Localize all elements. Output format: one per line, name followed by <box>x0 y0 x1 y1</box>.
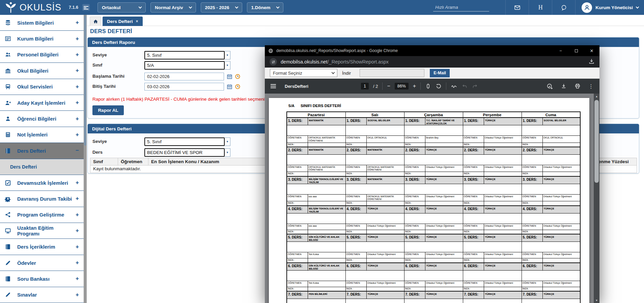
context-select-2[interactable]: 2025 - 2026 <box>201 2 242 12</box>
context-select-1[interactable]: Normal Arşiv <box>150 2 196 12</box>
sidebar-scrollbar[interactable] <box>84 15 87 303</box>
print-icon[interactable] <box>575 83 581 89</box>
more-menu-icon[interactable]: ⋮ <box>588 83 594 90</box>
scroll-down-icon[interactable]: ▼ <box>594 298 599 303</box>
sidebar-item-devamsızlık-i-şlemleri[interactable]: Devamsızlık İşlemleri+ <box>0 175 84 191</box>
format-select[interactable]: Format Seçiniz <box>270 69 337 77</box>
sidebar-item-uzaktan-eğitim-programı[interactable]: Uzaktan Eğitim Programı+ <box>0 223 84 239</box>
zoom-out-button[interactable]: − <box>387 83 390 89</box>
email-button[interactable]: E-Mail <box>430 69 450 77</box>
sidebar-item-okul-servisleri[interactable]: Okul Servisleri+ <box>0 79 84 95</box>
clock-icon[interactable] <box>235 84 241 90</box>
fit-page-icon[interactable] <box>425 83 431 89</box>
popup-title-bar[interactable]: demobilsa.okulsis.net/_Reports/ShowRepor… <box>265 45 599 56</box>
redo-icon[interactable] <box>472 83 478 89</box>
sidebar-item-sınavlar[interactable]: Sınavlar+ <box>0 287 84 303</box>
digital-ders-select[interactable]: BEDEN EĞİTİMİ VE SPOR ▼ <box>144 148 230 157</box>
maximize-icon[interactable] <box>568 45 584 56</box>
seviye-select[interactable]: 5. Sınıf ▼ <box>144 51 230 59</box>
seviye-value[interactable]: 5. Sınıf <box>144 51 225 59</box>
page-download-icon[interactable] <box>588 58 595 66</box>
sidebar-toggle-icon[interactable] <box>82 4 90 11</box>
rotate-icon[interactable] <box>436 83 442 89</box>
zoom-in-button[interactable]: + <box>413 83 416 89</box>
url-text[interactable]: demobilsa.okulsis.net/_Reports/ShowRepor… <box>281 59 389 65</box>
indir-button[interactable]: İndir <box>342 71 351 76</box>
pdf-scrollbar-thumb[interactable] <box>594 100 599 183</box>
scroll-up-icon[interactable]: ▲ <box>594 94 599 99</box>
expander-icon[interactable]: + <box>76 131 79 138</box>
seviye-dropdown-arrow-icon[interactable]: ▼ <box>225 51 230 59</box>
digital-seviye-value[interactable]: 5. Sınıf <box>144 137 225 146</box>
undo-icon[interactable] <box>462 83 468 89</box>
calendar-icon[interactable] <box>227 84 232 90</box>
sidebar-item-davranış-durum-takibi[interactable]: Davranış Durum Takibi+ <box>0 191 84 207</box>
sidebar-item-ödevler[interactable]: Ödevler+ <box>0 255 84 271</box>
annotate-icon[interactable] <box>547 83 553 90</box>
expander-icon[interactable]: + <box>76 244 79 250</box>
chevron-down-icon <box>636 5 639 9</box>
close-icon[interactable]: ✕ <box>584 45 599 56</box>
sidebar-item-öğrenci-bilgileri[interactable]: Öğrenci Bilgileri+ <box>0 111 84 127</box>
expander-icon[interactable]: + <box>76 83 79 90</box>
tab-home[interactable] <box>90 17 101 26</box>
draw-icon[interactable] <box>451 83 457 90</box>
expander-icon[interactable]: + <box>76 275 79 282</box>
pdf-menu-icon[interactable] <box>271 83 276 89</box>
sidebar-item-program-geliştirme[interactable]: Program Geliştirme+ <box>0 207 84 223</box>
sidebar-item-aday-kayıt-i-şlemleri[interactable]: Aday Kayıt İşlemleri+ <box>0 95 84 111</box>
email-address-input[interactable] <box>360 69 424 77</box>
search-input[interactable] <box>433 3 489 11</box>
rapor-al-button[interactable]: Rapor AL <box>92 105 124 115</box>
sidebar-item-okul-bilgileri[interactable]: Okul Bilgileri+ <box>0 63 84 79</box>
tab-ders-defteri[interactable]: Ders Defteri × <box>103 17 143 26</box>
sidebar-item-personel-bilgileri[interactable]: Personel Bilgileri+ <box>0 47 84 63</box>
expander-icon[interactable]: + <box>76 195 79 202</box>
sidebar-item-kurum-bilgileri[interactable]: Kurum Bilgileri+ <box>0 31 84 47</box>
chat-button[interactable] <box>552 0 575 15</box>
expander-icon[interactable]: + <box>76 211 79 218</box>
tab-close-icon[interactable]: × <box>136 19 138 24</box>
expander-icon[interactable]: + <box>76 227 79 234</box>
baslama-tarihi-input[interactable]: 02-02-2026 <box>144 73 224 80</box>
help-button[interactable]: H <box>529 0 552 15</box>
expander-icon[interactable]: + <box>76 116 79 122</box>
zoom-level[interactable]: 86% <box>395 83 409 90</box>
messages-button[interactable] <box>506 0 529 15</box>
sidebar-scrollbar-thumb[interactable] <box>84 16 86 146</box>
sinif-value[interactable]: 5/A <box>144 61 225 70</box>
expander-icon[interactable]: + <box>76 67 79 74</box>
expander-icon[interactable]: + <box>76 99 79 106</box>
sidebar-item-ders-defteri[interactable]: Ders Defteri <box>0 159 84 175</box>
expander-icon[interactable]: + <box>76 35 79 42</box>
sidebar-item-soru-bankası[interactable]: Soru Bankası+ <box>0 271 84 287</box>
site-settings-icon[interactable] <box>270 58 277 66</box>
expander-icon[interactable]: + <box>76 179 79 186</box>
pdf-scrollbar[interactable]: ▲ ▼ <box>594 94 599 303</box>
digital-seviye-dropdown-arrow-icon[interactable]: ▼ <box>225 137 230 146</box>
expander-icon[interactable]: + <box>76 292 79 298</box>
sinif-dropdown-arrow-icon[interactable]: ▼ <box>225 61 230 70</box>
digital-ders-value[interactable]: BEDEN EĞİTİMİ VE SPOR <box>144 148 225 157</box>
sinif-select[interactable]: 5/A ▼ <box>144 61 230 70</box>
expander-icon[interactable]: + <box>76 259 79 266</box>
sidebar-item-ders-i-çeriklerim[interactable]: Ders İçeriklerim+ <box>0 239 84 255</box>
app-logo[interactable]: OKULSİS 7.1.6 <box>5 1 78 14</box>
context-select-0[interactable]: Ortaokul <box>97 2 146 12</box>
expander-icon[interactable]: + <box>76 51 79 58</box>
page-number-input[interactable]: 1 <box>361 83 369 90</box>
expander-icon[interactable]: + <box>76 19 79 26</box>
sidebar-item-ders-defteri[interactable]: Ders Defteri− <box>0 143 84 159</box>
sidebar-item-not-i-şlemleri[interactable]: Not İşlemleri+ <box>0 127 84 143</box>
digital-seviye-select[interactable]: 5. Sınıf ▼ <box>144 137 230 146</box>
minimize-icon[interactable]: − <box>553 45 568 56</box>
clock-icon[interactable] <box>235 74 241 79</box>
sidebar-item-sistem-bilgileri[interactable]: Sistem Bilgileri+ <box>0 15 84 31</box>
digital-ders-dropdown-arrow-icon[interactable]: ▼ <box>225 148 230 157</box>
user-menu[interactable]: Kurum Yöneticisi <box>582 2 639 13</box>
calendar-icon[interactable] <box>227 74 232 79</box>
expander-icon[interactable]: − <box>76 147 79 154</box>
download-icon[interactable] <box>561 83 567 89</box>
context-select-3[interactable]: 1.Dönem <box>247 2 283 12</box>
bitis-tarihi-input[interactable]: 03-02-2026 <box>144 83 224 91</box>
